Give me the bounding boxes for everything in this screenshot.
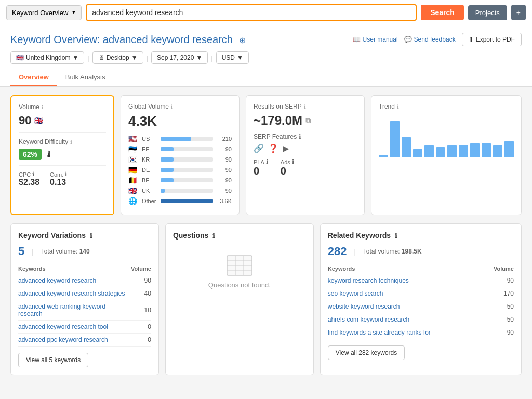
serp-label: Results on SERP bbox=[254, 103, 302, 110]
country-flag-icon: 🇪🇪 bbox=[128, 145, 139, 153]
video-icon[interactable]: ▶ bbox=[283, 143, 289, 153]
keyword-link[interactable]: advanced ppc keyword research bbox=[18, 336, 108, 343]
main-content: Volume ℹ 90 🇬🇧 Keyword Difficulty ℹ 62% … bbox=[0, 87, 532, 383]
questions-card: Questions ℹ Questions not found. bbox=[165, 223, 314, 375]
view-all-related-kw-button[interactable]: View all 282 keywords bbox=[328, 345, 405, 360]
currency-filter[interactable]: USD ▼ bbox=[216, 51, 249, 64]
export-icon: ⬆ bbox=[469, 36, 474, 43]
country-flag-icon: 🇧🇪 bbox=[128, 176, 139, 184]
add-project-button[interactable]: + bbox=[511, 5, 526, 20]
trend-bar bbox=[413, 149, 422, 157]
trend-chart bbox=[379, 115, 514, 157]
table-row: advanced keyword research strategies 40 bbox=[18, 287, 151, 300]
kd-gauge-icon: 🌡 bbox=[45, 149, 54, 160]
questions-info-icon[interactable]: ℹ bbox=[212, 232, 215, 240]
global-volume-info-icon[interactable]: ℹ bbox=[171, 104, 173, 110]
add-keyword-icon[interactable]: ⊕ bbox=[239, 36, 246, 45]
kd-info-icon[interactable]: ℹ bbox=[70, 139, 72, 145]
chevron-down-icon: ▼ bbox=[196, 54, 202, 61]
tab-bulk-analysis[interactable]: Bulk Analysis bbox=[57, 69, 114, 86]
send-feedback-link[interactable]: 💬 Send feedback bbox=[404, 36, 456, 43]
trend-bar bbox=[402, 137, 411, 157]
kw-variations-total-vol: Total volume: 140 bbox=[41, 248, 90, 255]
country-bar-fill bbox=[161, 147, 174, 151]
serp-info-icon[interactable]: ℹ bbox=[304, 104, 306, 110]
kw-variations-table: Keywords Volume advanced keyword researc… bbox=[18, 263, 151, 347]
ads-info-icon[interactable]: ℹ bbox=[292, 158, 294, 165]
chevron-down-icon: ▼ bbox=[131, 54, 138, 61]
tab-overview[interactable]: Overview bbox=[10, 69, 57, 86]
pla-info-icon[interactable]: ℹ bbox=[266, 158, 268, 165]
projects-button[interactable]: Projects bbox=[468, 5, 507, 20]
volume-cell: 0 bbox=[131, 321, 151, 334]
related-keyword-link[interactable]: seo keyword search bbox=[328, 290, 383, 297]
country-bar-fill bbox=[161, 137, 191, 141]
related-kw-info-icon[interactable]: ℹ bbox=[395, 232, 397, 240]
search-input[interactable] bbox=[86, 4, 417, 21]
volume-info-icon[interactable]: ℹ bbox=[42, 104, 44, 110]
kw-variations-info-icon[interactable]: ℹ bbox=[90, 232, 92, 240]
related-col-volume-header: Volume bbox=[483, 263, 514, 274]
col-volume-header: Volume bbox=[131, 263, 151, 274]
kd-value: 62% bbox=[19, 149, 42, 160]
volume-label: Volume bbox=[19, 103, 39, 111]
country-filter[interactable]: 🇬🇧 United Kingdom ▼ bbox=[10, 51, 84, 64]
trend-bar bbox=[482, 143, 491, 157]
country-value: 90 bbox=[216, 177, 232, 183]
keyword-link[interactable]: advanced keyword research bbox=[18, 277, 96, 284]
serp-features-label: SERP Features bbox=[254, 133, 297, 140]
page-header: Keyword Overview: advanced keyword resea… bbox=[0, 25, 532, 87]
tool-dropdown[interactable]: Keyword Overview bbox=[6, 5, 82, 20]
serp-copy-icon[interactable]: ⧉ bbox=[305, 116, 311, 125]
related-keyword-link[interactable]: keyword research techniques bbox=[328, 277, 409, 284]
related-volume-cell: 50 bbox=[483, 313, 514, 326]
related-keyword-link[interactable]: find keywords a site already ranks for bbox=[328, 329, 431, 336]
link-icon[interactable]: 🔗 bbox=[254, 143, 264, 153]
country-bar-background bbox=[161, 178, 213, 182]
country-code: UK bbox=[142, 188, 157, 194]
keyword-link[interactable]: advanced web ranking keyword research bbox=[18, 303, 105, 317]
desktop-icon: 🖥 bbox=[98, 54, 104, 61]
country-bar-background bbox=[161, 147, 213, 151]
country-row: 🇬🇧 UK 90 bbox=[128, 187, 232, 195]
date-filter[interactable]: Sep 17, 2020 ▼ bbox=[151, 51, 208, 64]
search-button[interactable]: Search bbox=[421, 5, 464, 20]
view-all-kw-variations-button[interactable]: View all 5 keywords bbox=[18, 353, 88, 367]
uk-flag-icon: 🇬🇧 bbox=[34, 116, 43, 125]
global-volume-label: Global Volume bbox=[128, 103, 169, 110]
country-code: KR bbox=[142, 156, 157, 163]
question-icon[interactable]: ❓ bbox=[268, 143, 278, 153]
cpc-value: $2.38 bbox=[19, 178, 39, 187]
chevron-down-icon: ▼ bbox=[72, 54, 78, 61]
grid-placeholder-icon bbox=[227, 255, 252, 276]
volume-cell: 90 bbox=[131, 274, 151, 287]
trend-info-icon[interactable]: ℹ bbox=[397, 104, 399, 110]
related-kw-count: 282 bbox=[328, 245, 347, 258]
country-row: 🇩🇪 DE 90 bbox=[128, 166, 232, 174]
top-navigation: Keyword Overview Search Projects + bbox=[0, 0, 532, 25]
keyword-link[interactable]: advanced keyword research strategies bbox=[18, 290, 125, 297]
cpc-info-icon[interactable]: ℹ bbox=[32, 171, 34, 178]
user-manual-link[interactable]: 📖 User manual bbox=[353, 36, 398, 43]
related-keyword-link[interactable]: ahrefs com keyword research bbox=[328, 316, 409, 323]
related-kw-title: Related Keywords bbox=[328, 231, 391, 240]
related-keyword-link[interactable]: website keyword research bbox=[328, 303, 400, 310]
country-code: Other bbox=[142, 198, 157, 204]
ads-value: 0 bbox=[281, 165, 294, 177]
trend-bar bbox=[390, 121, 400, 157]
table-row: keyword research techniques 90 bbox=[328, 274, 514, 287]
col-keywords-header: Keywords bbox=[18, 263, 131, 274]
com-info-icon[interactable]: ℹ bbox=[65, 171, 67, 178]
country-list: 🇺🇸 US 210 🇪🇪 EE 90 🇰🇷 KR 90 🇩🇪 DE bbox=[128, 135, 232, 205]
device-filter[interactable]: 🖥 Desktop ▼ bbox=[92, 51, 143, 64]
trend-bar bbox=[504, 141, 514, 157]
keyword-link[interactable]: advanced keyword research tool bbox=[18, 323, 108, 330]
page-title: Keyword Overview: advanced keyword resea… bbox=[10, 34, 246, 46]
keyword-variations-card: Keyword Variations ℹ 5 | Total volume: 1… bbox=[10, 223, 159, 375]
serp-features-info-icon[interactable]: ℹ bbox=[299, 133, 301, 140]
serp-card: Results on SERP ℹ ~179.0M ⧉ SERP Feature… bbox=[246, 95, 365, 215]
volume-cell: 10 bbox=[131, 300, 151, 321]
global-volume-card: Global Volume ℹ 4.3K 🇺🇸 US 210 🇪🇪 EE 90 … bbox=[121, 95, 240, 215]
country-code: BE bbox=[142, 177, 157, 183]
export-pdf-button[interactable]: ⬆ Export to PDF bbox=[462, 33, 522, 46]
